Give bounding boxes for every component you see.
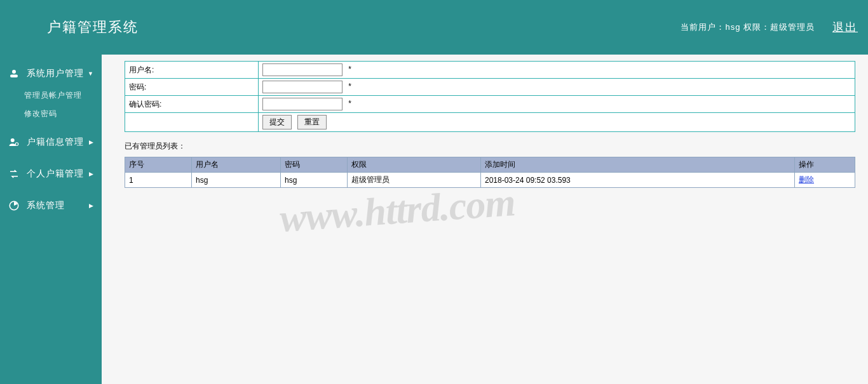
- svg-point-0: [12, 70, 16, 74]
- transfer-icon: [8, 168, 20, 180]
- header-right: 当前用户：hsg 权限：超级管理员 退出: [681, 20, 858, 35]
- form-row-confirm: 确认密码: *: [125, 96, 855, 113]
- chart-icon: [8, 199, 20, 212]
- delete-link[interactable]: 删除: [799, 175, 814, 184]
- form-row-password: 密码: *: [125, 79, 855, 96]
- col-pwd: 密码: [281, 157, 348, 173]
- list-caption: 已有管理员列表：: [125, 141, 855, 152]
- chevron-right-icon: ▶: [89, 202, 94, 209]
- sidebar-item-personal-household[interactable]: 个人户籍管理 ▶: [0, 161, 102, 187]
- sidebar: 系统用户管理 ▼ 管理员帐户管理 修改密码 户籍信息管理 ▶ 个人户籍管理 ▶: [0, 55, 102, 384]
- required-star: *: [348, 65, 351, 74]
- chevron-right-icon: ▶: [89, 171, 94, 177]
- sidebar-item-label: 户籍信息管理: [27, 136, 84, 148]
- user-cog-icon: [8, 136, 20, 149]
- required-star: *: [348, 82, 351, 91]
- col-seq: 序号: [125, 157, 192, 173]
- sidebar-item-system-users[interactable]: 系统用户管理 ▼: [0, 61, 102, 86]
- form-label: 密码:: [125, 79, 259, 96]
- logout-link[interactable]: 退出: [832, 20, 858, 35]
- form-label: 用户名:: [125, 62, 259, 79]
- sidebar-item-label: 个人户籍管理: [27, 168, 84, 180]
- col-time: 添加时间: [481, 157, 795, 173]
- form-table: 用户名: * 密码: * 确认密码: *: [125, 61, 855, 132]
- svg-point-2: [11, 138, 15, 142]
- reset-button[interactable]: 重置: [297, 115, 327, 129]
- sidebar-sub-admin-accounts[interactable]: 管理员帐户管理: [0, 86, 102, 105]
- user-badge-icon: [8, 67, 20, 80]
- col-role: 权限: [348, 157, 481, 173]
- form-row-buttons: 提交 重置: [125, 113, 855, 132]
- sidebar-item-system-admin[interactable]: 系统管理 ▶: [0, 193, 102, 218]
- sidebar-item-household-info[interactable]: 户籍信息管理 ▶: [0, 129, 102, 155]
- svg-rect-1: [10, 75, 18, 78]
- sidebar-item-label: 系统用户管理: [27, 68, 84, 79]
- app-title: 户籍管理系统: [47, 18, 139, 37]
- required-star: *: [348, 99, 351, 108]
- password-input[interactable]: [262, 81, 342, 93]
- confirm-password-input[interactable]: [262, 98, 342, 110]
- col-op: 操作: [795, 157, 855, 173]
- cell-time: 2018-03-24 09:52 03.593: [481, 173, 795, 188]
- cell-seq: 1: [125, 173, 192, 188]
- cell-user: hsg: [192, 173, 281, 188]
- current-user-label: 当前用户：hsg 权限：超级管理员: [681, 22, 815, 33]
- col-user: 用户名: [192, 157, 281, 173]
- cell-role: 超级管理员: [348, 173, 481, 188]
- sidebar-item-label: 系统管理: [27, 200, 65, 211]
- sidebar-sub-change-password[interactable]: 修改密码: [0, 105, 102, 123]
- table-header-row: 序号 用户名 密码 权限 添加时间 操作: [125, 157, 855, 173]
- header: 户籍管理系统 当前用户：hsg 权限：超级管理员 退出: [0, 0, 868, 55]
- form-label-empty: [125, 113, 259, 132]
- submit-button[interactable]: 提交: [262, 115, 292, 129]
- cell-pwd: hsg: [281, 173, 348, 188]
- username-input[interactable]: [262, 63, 342, 76]
- form-label: 确认密码:: [125, 96, 259, 113]
- main-content: 用户名: * 密码: * 确认密码: *: [102, 55, 868, 384]
- table-row: 1 hsg hsg 超级管理员 2018-03-24 09:52 03.593 …: [125, 173, 855, 188]
- admin-list-table: 序号 用户名 密码 权限 添加时间 操作 1 hsg hsg 超级管理员 201…: [125, 157, 855, 188]
- chevron-down-icon: ▼: [88, 70, 94, 77]
- form-row-username: 用户名: *: [125, 62, 855, 79]
- svg-point-3: [15, 143, 18, 146]
- watermark: www.httrd.com: [278, 180, 517, 241]
- chevron-right-icon: ▶: [89, 139, 94, 145]
